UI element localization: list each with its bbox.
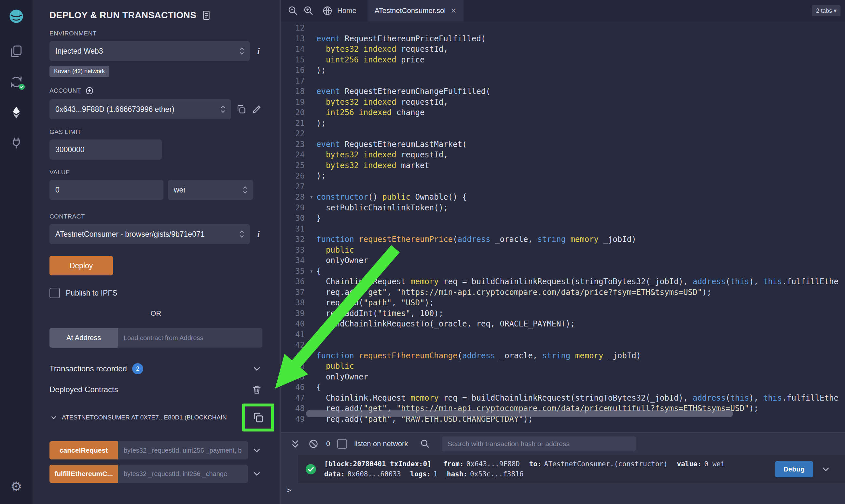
pending-count: 0 [326,439,330,448]
code-line: 36 Chainlink.Request memory req = buildC… [281,276,845,287]
add-account-icon[interactable] [85,86,94,95]
expand-terminal-icon[interactable] [290,438,301,449]
cancel-request-params-input[interactable] [118,441,248,460]
contract-info-icon[interactable]: i [255,229,262,239]
contract-label: CONTRACT [50,213,262,220]
code-line: 17 [281,76,845,87]
code-line: 30} [281,213,845,224]
value-input[interactable] [50,180,163,200]
gas-limit-label: GAS LIMIT [50,128,262,136]
clear-console-icon[interactable] [308,438,319,449]
listen-network-label: listen on network [354,439,408,448]
transactions-recorded-label: Transactions recorded [50,364,127,373]
cancel-request-button[interactable]: cancelRequest [50,441,118,460]
deploy-button[interactable]: Deploy [50,256,113,275]
annotation-highlight-box [242,403,274,431]
code-line: 41} [281,329,845,340]
at-address-input[interactable] [118,328,262,347]
file-explorer-icon[interactable] [9,44,23,58]
zoom-in-icon[interactable] [303,5,314,17]
code-line: 38 req.add("path", "USD"); [281,298,845,308]
environment-select[interactable]: Injected Web3 [50,41,250,61]
code-line: 43function requestEthereumChange(address… [281,350,845,361]
search-icon [419,438,431,449]
globe-icon [322,5,333,17]
code-line: 18event RequestEthereumChangeFulfilled( [281,86,845,97]
code-line: 33 public [281,245,845,256]
plugin-manager-icon[interactable] [9,136,23,150]
account-label: ACCOUNT [50,87,81,94]
copy-contract-address-icon[interactable] [252,411,265,424]
code-line: 15 uint256 indexed price [281,55,845,65]
code-line: 35▾{ [281,266,845,277]
code-line: 29 setPublicChainlinkToken(); [281,202,845,213]
code-line: 40 sendChainlinkRequestTo(_oracle, req, … [281,319,845,329]
select-stepper-icon [241,185,249,195]
accordion-caret-icon[interactable] [50,413,58,422]
copy-account-icon[interactable] [236,104,247,115]
edit-pencil-icon[interactable] [251,104,262,115]
transactions-chevron-icon[interactable] [251,363,262,374]
account-select[interactable]: 0x643...9F88D (1.666673996 ether) [50,99,231,119]
transaction-log-entry[interactable]: [block:20780401 txIndex:0] from:0x643...… [298,455,845,483]
listen-network-checkbox[interactable] [337,439,347,449]
tab-home-label: Home [337,6,357,15]
remix-logo-icon[interactable] [8,8,25,25]
code-line: 44 public [281,361,845,372]
trash-icon[interactable] [251,384,262,395]
settings-gear-icon[interactable]: ⚙ [9,479,23,493]
terminal-panel: 0 listen on network [block:20780401 txIn… [281,432,845,504]
code-line: 23event RequestEthereumLastMarket( [281,139,845,150]
tx-success-check-icon [305,463,317,475]
code-line: 46{ [281,382,845,393]
panel-title: DEPLOY & RUN TRANSACTIONS [50,10,196,20]
document-icon[interactable] [201,10,212,21]
code-line: 28▾constructor() public Ownable() { [281,192,845,202]
log-expand-chevron-icon[interactable] [820,464,831,475]
tab-close-icon[interactable]: × [451,6,456,15]
contract-select[interactable]: ATestnetConsumer - browser/gists/9b71e07… [50,224,250,244]
fulfill-ethereum-button[interactable]: fulfillEthereumC... [50,465,118,483]
horizontal-scrollbar[interactable] [306,410,733,417]
value-label: VALUE [50,169,262,176]
transactions-count-badge: 2 [132,363,143,374]
code-line: 12 [281,23,845,34]
solidity-compiler-icon[interactable] [9,75,23,89]
gas-limit-input[interactable] [50,140,162,160]
at-address-button[interactable]: At Address [50,328,118,347]
debug-button[interactable]: Debug [775,461,813,477]
expand-function-chevron-icon[interactable] [251,468,262,479]
environment-info-icon[interactable]: i [255,46,262,56]
compile-success-badge-icon [18,83,25,90]
code-line: 27 [281,181,845,192]
select-stepper-icon [238,229,246,239]
tab-home[interactable]: Home [318,0,364,21]
zoom-out-icon[interactable] [287,5,299,17]
code-line: 31 [281,224,845,234]
network-badge: Kovan (42) network [50,66,109,77]
deploy-run-panel: DEPLOY & RUN TRANSACTIONS ENVIRONMENT In… [33,0,280,504]
publish-ipfs-checkbox[interactable] [50,288,60,298]
code-editor[interactable]: 1213event RequestEthereumPriceFulfilled(… [281,21,845,432]
code-line: 20 int256 indexed change [281,107,845,118]
fulfill-ethereum-params-input[interactable] [118,465,248,483]
code-line: 37 req.add("get", "https://min-api.crypt… [281,287,845,298]
code-line: 26); [281,171,845,181]
code-line: 21); [281,118,845,129]
main-area: Home ATestnetConsumer.sol × 2 tabs ▾ 121… [281,0,845,504]
deployed-contract-accordion[interactable]: ATESTNETCONSUMER AT 0X7E7...E80D1 (BLOCK… [50,403,262,431]
select-stepper-icon [238,46,246,56]
expand-function-chevron-icon[interactable] [251,445,262,456]
tabs-count-badge[interactable]: 2 tabs ▾ [812,5,841,16]
terminal-prompt[interactable]: > [281,483,845,495]
deployed-contract-title: ATESTNETCONSUMER AT 0X7E7...E80D1 (BLOCK… [62,414,238,421]
select-stepper-icon [219,104,227,114]
code-line: 42 [281,340,845,350]
code-line: 13event RequestEthereumPriceFulfilled( [281,34,845,44]
value-unit-select[interactable]: wei [168,180,253,200]
code-line: 24 bytes32 indexed requestId, [281,149,845,160]
terminal-search-input[interactable] [442,436,636,451]
code-line: 34 onlyOwner [281,255,845,266]
deploy-and-run-icon[interactable] [9,105,23,120]
tab-atestnetconsumer[interactable]: ATestnetConsumer.sol × [367,0,464,21]
